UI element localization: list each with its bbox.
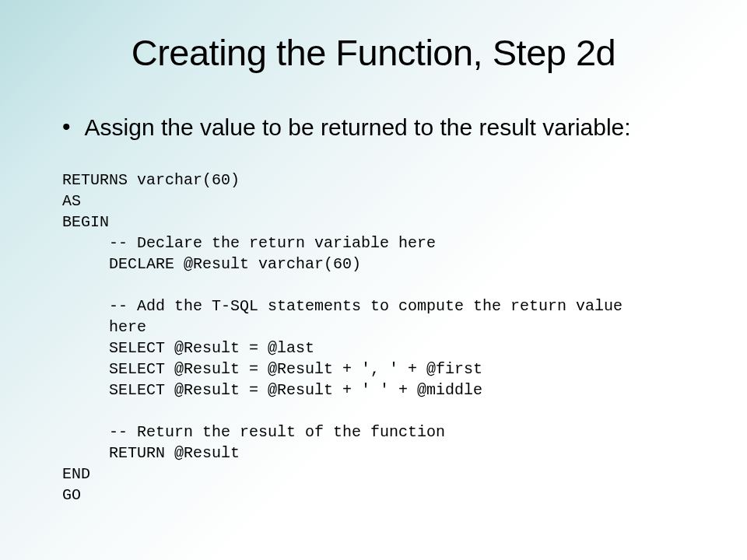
code-line: SELECT @Result = @Result + ', ' + @first (62, 360, 482, 378)
code-line: RETURN @Result (62, 444, 240, 462)
code-line: RETURNS varchar(60) (62, 171, 240, 189)
slide-title: Creating the Function, Step 2d (47, 31, 700, 74)
code-line: SELECT @Result = @last (62, 339, 314, 357)
code-line: -- Add the T-SQL statements to compute t… (62, 297, 622, 315)
code-line: GO (62, 486, 81, 504)
code-block: RETURNS varchar(60) AS BEGIN -- Declare … (62, 149, 700, 506)
code-line: SELECT @Result = @Result + ' ' + @middle (62, 381, 482, 399)
slide: Creating the Function, Step 2d • Assign … (0, 0, 747, 560)
code-line: AS (62, 192, 81, 210)
bullet-marker: • (62, 113, 71, 141)
code-line: END (62, 465, 90, 483)
code-line: here (62, 318, 146, 336)
bullet-item: • Assign the value to be returned to the… (62, 113, 700, 142)
bullet-text: Assign the value to be returned to the r… (85, 113, 631, 142)
code-line: BEGIN (62, 213, 109, 231)
code-line: DECLARE @Result varchar(60) (62, 255, 361, 273)
code-line: -- Declare the return variable here (62, 234, 436, 252)
code-line: -- Return the result of the function (62, 423, 445, 441)
slide-content: • Assign the value to be returned to the… (47, 113, 700, 506)
